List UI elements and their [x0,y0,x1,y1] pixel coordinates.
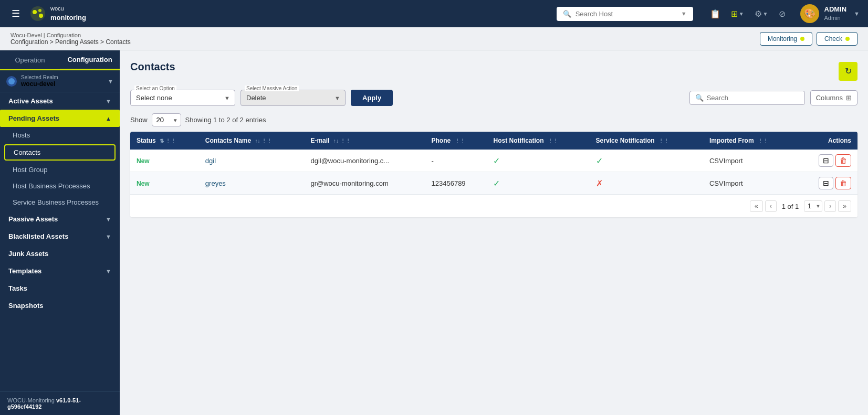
cell-status-2: New [130,172,199,195]
ban-icon: ⊘ [779,9,786,19]
logo-text: wocu monitoring [50,5,86,22]
search-input[interactable] [707,94,799,102]
sidebar-section-label: Tasks [8,284,27,292]
realm-name: wocu-devel [21,80,58,88]
col-status: Status ⇅ ⋮⋮ [130,132,199,150]
cell-email-1: dgil@wocu-monitoring.c... [304,150,425,172]
blacklisted-assets-chevron-icon: ▼ [106,233,111,240]
contacts-name-sort-icon[interactable]: ↑↓ ⋮⋮ [255,138,273,144]
tab-configuration[interactable]: Configuration [60,50,120,70]
show-select-wrap: 20 50 100 ▼ [152,113,181,126]
breadcrumb-main: Configuration > Pending Assets > Contact… [11,38,131,46]
col-host-notification: Host Notification ⋮⋮ [487,132,589,150]
col-imported-from: Imported From ⋮⋮ [703,132,798,150]
svg-point-2 [38,9,41,12]
refresh-button[interactable]: ↻ [839,62,857,81]
sidebar-item-pending-assets[interactable]: Pending Assets ▲ [0,110,120,127]
host-notif-sort-icon[interactable]: ⋮⋮ [548,138,558,144]
next-page-button[interactable]: › [824,200,836,212]
sidebar-section-label: Junk Assets [8,250,48,258]
cross-icon: ✗ [596,179,603,188]
subheader: Wocu-Devel | Configuration Configuration… [0,27,868,50]
cell-phone-1: - [425,150,487,172]
entries-info: Showing 1 to 2 of 2 entries [185,116,266,124]
action-buttons: ⊟ 🗑 [804,154,851,167]
email-sort-icon[interactable]: ↑↓ ⋮⋮ [333,138,351,144]
tab-operation[interactable]: Operation [0,50,60,69]
search-host-container[interactable]: 🔍 ▼ [557,7,693,21]
apply-button[interactable]: Apply [351,90,393,106]
search-magnifier-icon: 🔍 [563,10,571,18]
sidebar-item-active-assets[interactable]: Active Assets ▼ [0,92,120,110]
ban-icon-button[interactable]: ⊘ [775,6,790,22]
col-contacts-name: Contacts Name ↑↓ ⋮⋮ [199,132,305,150]
page-select-wrap: 1 ▼ [804,200,822,212]
settings-icon-button[interactable]: ⚙ ▼ [750,6,772,22]
hamburger-menu-button[interactable]: ☰ [8,6,23,22]
table-row: New dgil dgil@wocu-monitoring.c... - ✓ ✓ [130,150,857,172]
passive-assets-chevron-icon: ▼ [106,216,111,222]
sidebar-item-tasks[interactable]: Tasks [0,280,120,297]
select-action-group: Select Massive Action Delete ▼ [240,90,346,106]
footer-prefix: WOCU-Monitoring [7,397,56,403]
main-layout: Operation Configuration Selected Realm w… [0,50,868,415]
user-info: ADMIN Admin [824,5,847,22]
user-menu[interactable]: 🎨 ADMIN Admin ▼ [800,4,860,23]
breadcrumb-top: Wocu-Devel | Configuration [11,32,131,38]
sidebar-item-passive-assets[interactable]: Passive Assets ▼ [0,210,120,228]
show-row: Show 20 50 100 ▼ Showing 1 to 2 of 2 ent… [130,113,857,126]
col-actions: Actions [798,132,857,150]
delete-button[interactable]: 🗑 [835,177,851,189]
phone-sort-icon[interactable]: ⋮⋮ [455,138,465,144]
show-select[interactable]: 20 50 100 [152,113,181,126]
select-action-dropdown[interactable]: Delete [240,90,346,106]
prev-page-button[interactable]: ‹ [765,200,777,212]
pending-assets-submenu: Hosts Contacts Host Group Host Business … [0,127,120,210]
sidebar-item-host-group[interactable]: Host Group [0,162,120,178]
sidebar-item-hosts[interactable]: Hosts [0,127,120,143]
cell-service-notification-1: ✓ [590,150,703,172]
check-button[interactable]: Check [817,32,857,46]
title-row: Contacts ↻ [130,61,857,81]
delete-button[interactable]: 🗑 [835,154,851,167]
imported-from-sort-icon[interactable]: ⋮⋮ [758,138,768,144]
page-select[interactable]: 1 [804,200,822,212]
realm-icon [6,76,17,87]
user-chevron-icon: ▼ [854,10,860,17]
edit-button[interactable]: ⊟ [819,177,833,189]
notes-icon-button[interactable]: 📋 [706,6,725,22]
edit-button[interactable]: ⊟ [819,154,833,167]
sidebar-item-contacts[interactable]: Contacts [4,144,116,161]
sidebar-item-snapshots[interactable]: Snapshots [0,297,120,314]
main-content: Contacts ↻ Select an Option Select none … [120,50,868,415]
sidebar-item-service-business-processes[interactable]: Service Business Processes [0,194,120,210]
show-label: Show [130,116,148,124]
columns-button[interactable]: Columns ⊞ [810,90,857,105]
first-page-button[interactable]: « [750,200,763,212]
pagination: « ‹ 1 of 1 1 ▼ › » [130,195,857,217]
active-assets-chevron-icon: ▼ [106,98,111,104]
contact-name-link[interactable]: greyes [205,179,226,187]
status-sort-icon[interactable]: ⇅ ⋮⋮ [160,138,176,144]
user-role: Admin [824,14,847,22]
sidebar-item-host-business-processes[interactable]: Host Business Processes [0,178,120,194]
cell-contacts-name-2: greyes [199,172,305,195]
grid-icon-button[interactable]: ⊞ ▼ [727,6,748,22]
svg-point-3 [39,14,43,18]
service-notif-sort-icon[interactable]: ⋮⋮ [658,138,669,144]
sidebar-item-templates[interactable]: Templates ▼ [0,262,120,280]
table-header-row: Status ⇅ ⋮⋮ Contacts Name ↑↓ ⋮⋮ E-mail ↑… [130,132,857,150]
search-host-input[interactable] [576,10,677,18]
col-service-notification: Service Notification ⋮⋮ [590,132,703,150]
select-option-label: Select an Option [134,86,176,91]
contact-name-link[interactable]: dgil [205,157,216,165]
check-icon: ✓ [493,156,500,165]
last-page-button[interactable]: » [838,200,851,212]
monitoring-button[interactable]: Monitoring [760,32,812,46]
sidebar-item-blacklisted-assets[interactable]: Blacklisted Assets ▼ [0,228,120,245]
status-badge-new: New [137,180,150,187]
sidebar-item-junk-assets[interactable]: Junk Assets [0,245,120,262]
select-option-dropdown[interactable]: Select none [130,90,235,106]
realm-selector[interactable]: Selected Realm wocu-devel ▼ [0,70,120,92]
subheader-buttons: Monitoring Check [760,32,857,46]
